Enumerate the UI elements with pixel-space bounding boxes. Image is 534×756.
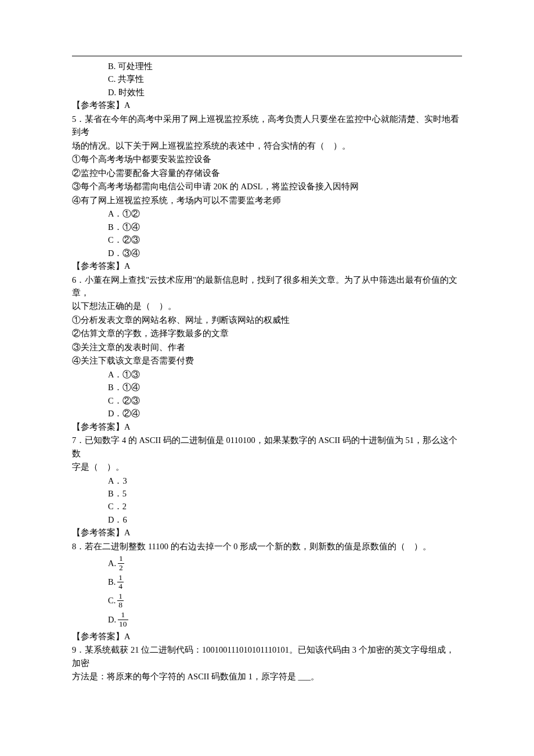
q7-stem-line2: 字是（ ）。 [72,460,462,473]
q6-statement-4: ④关注下载该文章是否需要付费 [72,354,462,367]
q6-option-a: A．①③ [108,368,462,381]
option-text: ①④ [122,222,140,232]
q5-statement-2: ②监控中心需要配备大容量的存储设备 [72,167,462,179]
q4-option-c: C. 共享性 [108,73,462,85]
option-letter: C. [108,594,116,607]
q8-answer: 【参考答案】A [72,630,462,643]
option-text: ②④ [122,409,140,418]
option-letter: B. [108,62,116,71]
option-text: ①③ [122,370,140,379]
option-text: 共享性 [118,74,144,84]
option-letter: B． [108,383,122,392]
q5-statement-1: ①每个高考考场中都要安装监控设备 [72,153,462,165]
q6-answer: 【参考答案】A [72,420,462,433]
q5-option-d: D．③④ [108,247,462,260]
q5-option-c: C．②③ [108,233,462,246]
option-letter: B. [108,575,116,588]
fraction-denominator: 8 [117,600,124,609]
q6-option-d: D．②④ [108,407,462,420]
option-letter: A． [108,370,122,379]
document-page: B. 可处理性 C. 共享性 D. 时效性 【参考答案】A 5．某省在今年的高考… [36,0,498,719]
option-letter: D． [108,515,122,524]
option-text: 6 [122,515,127,524]
option-text: 5 [122,489,127,498]
fraction-denominator: 4 [117,582,124,591]
q5-answer: 【参考答案】A [72,260,462,272]
option-letter: D． [108,249,122,258]
q5-statement-3: ③每个高考考场都需向电信公司申请 20K 的 ADSL，将监控设备接入因特网 [72,180,462,193]
option-text: ①④ [122,383,140,392]
fraction-numerator: 1 [118,555,124,563]
q6-option-b: B．①④ [108,381,462,394]
option-letter: B． [108,489,122,498]
q6-option-c: C．②③ [108,394,462,407]
q7-answer: 【参考答案】A [72,526,462,539]
q4-option-b: B. 可处理性 [108,60,462,73]
option-letter: A． [108,476,122,485]
option-text: ①② [122,209,140,218]
q5-option-a: A．①② [108,207,462,220]
option-text: ②③ [122,235,140,244]
q4-option-d: D. 时效性 [108,86,462,99]
q5-stem-line1: 5．某省在今年的高考中采用了网上巡视监控系统，高考负责人只要坐在监控中心就能清楚… [72,113,462,139]
option-letter: B． [108,222,122,232]
option-letter: D． [108,409,122,418]
fraction: 1 8 [117,592,124,609]
q9-stem-line2: 方法是：将原来的每个字符的 ASCII 码数值加 1，原字符是 ___。 [72,670,462,683]
option-text: 2 [122,502,127,511]
q5-option-b: B．①④ [108,221,462,233]
q9-stem-line1: 9．某系统截获 21 位二进制代码：100100111010101110101。… [72,643,462,669]
option-letter: D. [108,88,116,97]
option-letter: C. [108,74,116,84]
q6-stem-line1: 6．小董在网上查找"云技术应用"的最新信息时，找到了很多相关文章。为了从中筛选出… [72,273,462,300]
q6-statement-3: ③关注文章的发表时间、作者 [72,341,462,354]
q8-option-b: B. 1 4 [108,574,462,591]
fraction: 1 2 [118,555,124,571]
q8-option-d: D. 1 10 [108,611,462,628]
option-text: 3 [122,476,127,485]
q7-option-a: A．3 [108,474,462,487]
q7-stem-line1: 7．已知数字 4 的 ASCII 码的二进制值是 0110100，如果某数字的 … [72,434,462,460]
option-letter: C． [108,235,122,244]
q7-option-d: D．6 [108,513,462,526]
option-letter: A. [108,557,116,570]
fraction-denominator: 2 [118,563,124,572]
fraction-denominator: 10 [118,620,128,628]
q5-statement-4: ④有了网上巡视监控系统，考场内可以不需要监考老师 [72,194,462,207]
q8-stem: 8．若在二进制整数 11100 的右边去掉一个 0 形成一个新的数，则新数的值是… [72,540,462,553]
top-rule [72,56,462,56]
fraction: 1 10 [118,611,128,628]
option-text: 可处理性 [118,62,153,71]
q7-option-c: C．2 [108,500,462,513]
q6-statement-1: ①分析发表文章的网站名称、网址，判断该网站的权威性 [72,314,462,326]
option-letter: C． [108,396,122,405]
fraction-numerator: 1 [117,592,124,600]
option-text: ②③ [122,396,140,405]
option-letter: A． [108,209,122,218]
q6-statement-2: ②估算文章的字数，选择字数最多的文章 [72,327,462,340]
fraction: 1 4 [117,574,124,591]
q4-answer: 【参考答案】A [72,99,462,111]
option-text: ③④ [122,249,140,258]
q8-option-a: A. 1 2 [108,555,462,571]
option-text: 时效性 [118,88,145,97]
q6-stem-line2: 以下想法正确的是（ ）。 [72,300,462,312]
q8-option-c: C. 1 8 [108,592,462,609]
q5-stem-line2: 场的情况。以下关于网上巡视监控系统的表述中，符合实情的有（ ）。 [72,139,462,152]
fraction-numerator: 1 [117,574,124,582]
option-letter: D. [108,613,116,626]
option-letter: C． [108,502,122,511]
fraction-numerator: 1 [118,611,128,619]
q7-option-b: B．5 [108,487,462,500]
